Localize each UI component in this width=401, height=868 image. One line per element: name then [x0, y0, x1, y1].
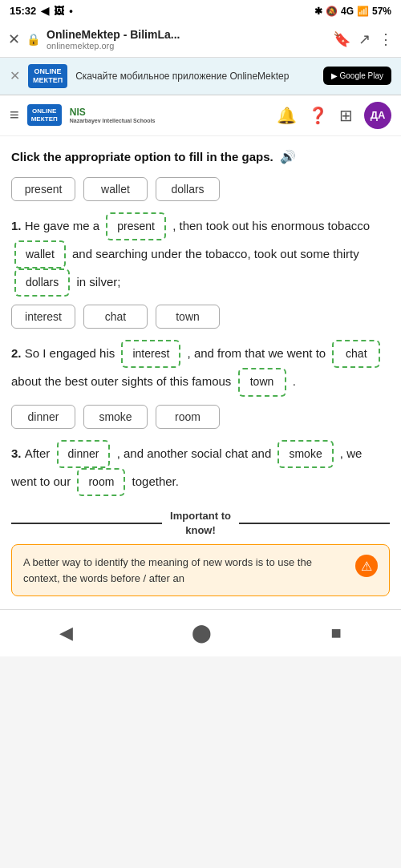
- answer-box-dinner[interactable]: dinner: [57, 440, 111, 468]
- close-tab-button[interactable]: ✕: [8, 30, 20, 48]
- warning-icon: ⚠: [355, 555, 378, 577]
- sentence-1: 1. He gave me a present , then took out …: [11, 212, 390, 297]
- answer-box-town[interactable]: town: [238, 368, 286, 396]
- status-right: ✱ 🔕 4G 📶 57%: [314, 6, 391, 17]
- chips-row-1: present wallet dollars: [11, 177, 390, 201]
- site-logo: ONLINE МЕКТЕП: [27, 104, 62, 126]
- bookmark-icon[interactable]: 🔖: [333, 30, 350, 48]
- important-row: Important toknow!: [11, 509, 390, 538]
- volume-icon: 🔕: [326, 6, 338, 17]
- sentence-1-part-4: in silver;: [76, 275, 120, 289]
- chip-interest[interactable]: interest: [11, 305, 75, 329]
- location-icon: ◀: [41, 5, 49, 17]
- sentence-3-part-2: , and another social chat and: [117, 446, 275, 459]
- hint-banner: A better way to identify the meaning of …: [11, 544, 390, 596]
- answer-box-dollars[interactable]: dollars: [14, 268, 70, 297]
- hint-text: A better way to identify the meaning of …: [23, 555, 347, 586]
- sentence-3: 3. After dinner , and another social cha…: [11, 440, 390, 496]
- sentence-1-number: 1.: [11, 218, 25, 232]
- instruction: Click the appropriate option to fill in …: [11, 149, 390, 164]
- important-text: Important toknow!: [162, 509, 239, 538]
- recents-button[interactable]: ■: [315, 618, 358, 648]
- sentence-2: 2. So I engaged his interest , and from …: [11, 340, 390, 396]
- battery-label: 57%: [372, 6, 391, 17]
- google-play-button[interactable]: ▶ Google Play: [323, 67, 391, 85]
- grid-icon[interactable]: ⊞: [339, 106, 353, 125]
- url-info: OnlineMektep - BilimLa... onlinemektep.o…: [47, 28, 326, 50]
- home-button[interactable]: ⬤: [176, 618, 228, 648]
- sentence-1-part-1: He gave me a: [25, 218, 103, 232]
- chip-smoke[interactable]: smoke: [83, 405, 148, 429]
- chips-row-2: interest chat town: [11, 305, 390, 329]
- important-line-right: [239, 523, 390, 524]
- time: 15:32: [10, 5, 36, 17]
- sentence-2-part-3: about the best outer sights of this famo…: [11, 374, 235, 388]
- signal-label: 4G: [341, 6, 354, 17]
- share-icon[interactable]: ↗: [358, 30, 371, 48]
- chip-chat[interactable]: chat: [83, 305, 148, 329]
- hamburger-menu-button[interactable]: ≡: [10, 106, 19, 124]
- chips-row-3: dinner smoke room: [11, 405, 390, 429]
- instruction-text: Click the appropriate option to fill in …: [11, 150, 273, 164]
- promo-banner: ✕ ONLINE МЕКТЕП Скачайте мобильное прило…: [0, 58, 401, 95]
- answer-box-chat[interactable]: chat: [332, 340, 380, 368]
- chip-wallet[interactable]: wallet: [83, 177, 148, 201]
- chip-dollars[interactable]: dollars: [156, 177, 220, 201]
- sentence-2-part-1: So I engaged his: [25, 346, 119, 360]
- answer-box-room[interactable]: room: [77, 468, 125, 496]
- sentence-1-part-2: , then took out his enormous tobacco: [172, 218, 370, 232]
- answer-box-smoke[interactable]: smoke: [277, 440, 333, 468]
- bluetooth-icon: ✱: [314, 6, 322, 17]
- browser-bar: ✕ 🔒 OnlineMektep - BilimLa... onlinemekt…: [0, 22, 401, 58]
- status-left: 15:32 ◀ 🖼 •: [10, 5, 73, 17]
- sentence-3-part-4: together.: [132, 474, 179, 487]
- back-button[interactable]: ◀: [43, 618, 89, 648]
- promo-logo-line1: ONLINE: [33, 67, 63, 76]
- site-name: OnlineMektep - BilimLa...: [47, 28, 326, 41]
- sentence-2-number: 2.: [11, 346, 25, 360]
- answer-box-present[interactable]: present: [106, 212, 166, 240]
- help-icon[interactable]: ❓: [308, 106, 328, 125]
- nis-logo: NIS Nazarbayev Intellectual Schools: [70, 107, 156, 123]
- lock-icon: 🔒: [26, 33, 40, 46]
- wifi-icon: 📶: [357, 6, 369, 17]
- sentence-1-part-3: and searching under the tobacco, took ou…: [72, 246, 359, 260]
- sentence-2-part-4: .: [293, 374, 296, 388]
- promo-close-icon[interactable]: ✕: [10, 68, 20, 83]
- notification-icon[interactable]: 🔔: [277, 106, 297, 125]
- more-icon[interactable]: ⋮: [379, 30, 393, 48]
- site-header: ≡ ONLINE МЕКТЕП NIS Nazarbayev Intellect…: [0, 95, 401, 136]
- chip-town[interactable]: town: [156, 305, 220, 329]
- browser-actions: 🔖 ↗ ⋮: [333, 30, 393, 48]
- answer-box-interest[interactable]: interest: [121, 340, 180, 368]
- speaker-icon[interactable]: 🔊: [280, 149, 296, 164]
- answer-box-wallet[interactable]: wallet: [14, 240, 66, 268]
- chip-dinner[interactable]: dinner: [11, 405, 75, 429]
- header-icons: 🔔 ❓ ⊞ ДА: [277, 102, 391, 129]
- status-bar: 15:32 ◀ 🖼 • ✱ 🔕 4G 📶 57%: [0, 0, 401, 22]
- chip-present[interactable]: present: [11, 177, 75, 201]
- sentence-3-part-1: After: [25, 446, 54, 459]
- important-line-left: [11, 523, 162, 524]
- sentence-3-number: 3.: [11, 446, 25, 459]
- user-avatar[interactable]: ДА: [364, 102, 391, 129]
- bottom-nav: ◀ ⬤ ■: [0, 609, 401, 656]
- promo-logo-line2: МЕКТЕП: [33, 76, 63, 85]
- promo-text: Скачайте мобильное приложение OnlineMekt…: [75, 71, 315, 82]
- main-content: Click the appropriate option to fill in …: [0, 136, 401, 610]
- image-icon: 🖼: [54, 5, 64, 17]
- site-url: onlinemektep.org: [47, 41, 326, 50]
- chip-room[interactable]: room: [156, 405, 220, 429]
- sentence-2-part-2: , and from that we went to: [188, 346, 330, 360]
- promo-logo: ONLINE МЕКТЕП: [28, 64, 67, 88]
- dot: •: [69, 5, 73, 17]
